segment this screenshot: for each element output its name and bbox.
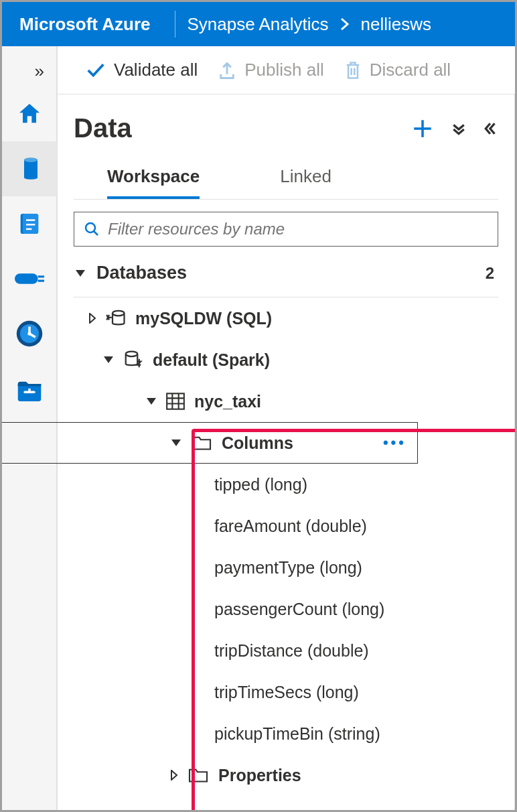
column-label: tripTimeSecs (long) <box>214 683 359 702</box>
tab-workspace[interactable]: Workspace <box>107 155 200 199</box>
table-icon <box>166 393 185 410</box>
tabs: Workspace Linked <box>74 155 498 200</box>
svg-point-14 <box>86 223 95 232</box>
db-item-spark[interactable]: default (Spark) <box>74 339 498 381</box>
sql-db-icon <box>106 308 126 328</box>
toolbar: Validate all Publish all Discard all <box>58 46 515 94</box>
column-item[interactable]: tripTimeSecs (long) <box>74 671 498 713</box>
databases-count: 2 <box>486 264 494 283</box>
column-item[interactable]: passengerCount (long) <box>74 588 498 630</box>
data-panel: Data Workspace Linked <box>58 94 515 812</box>
svg-rect-17 <box>167 393 184 409</box>
column-item[interactable]: fareAmount (double) <box>74 505 498 547</box>
expand-nav-button[interactable]: » <box>2 56 56 86</box>
caret-down-icon <box>146 397 157 406</box>
caret-down-icon <box>171 438 181 448</box>
column-label: tipped (long) <box>214 475 307 494</box>
nav-integrate[interactable] <box>2 251 57 306</box>
svg-rect-13 <box>28 389 30 392</box>
folder-icon <box>188 766 209 784</box>
table-name-label: nyc_taxi <box>194 392 261 411</box>
panel-title: Data <box>74 113 132 143</box>
more-actions-button[interactable]: ••• <box>383 434 407 452</box>
nav-data[interactable] <box>2 141 57 196</box>
column-label: fareAmount (double) <box>214 517 367 536</box>
add-button[interactable] <box>411 117 434 140</box>
columns-folder[interactable]: Columns ••• <box>0 422 418 464</box>
nav-monitor[interactable] <box>2 306 57 361</box>
chevron-right-icon <box>340 17 350 31</box>
caret-down-icon <box>75 269 86 278</box>
content-area: Validate all Publish all Discard all Dat… <box>57 46 515 810</box>
svg-rect-6 <box>15 273 38 284</box>
validate-all-button[interactable]: Validate all <box>86 60 198 80</box>
filter-box[interactable] <box>74 212 498 247</box>
filter-input[interactable] <box>106 219 488 239</box>
spark-db-icon <box>123 350 143 370</box>
nav-develop[interactable] <box>2 196 57 251</box>
breadcrumb-workspace[interactable]: nelliesws <box>361 14 432 35</box>
caret-right-icon <box>170 770 178 781</box>
tab-linked[interactable]: Linked <box>280 155 331 199</box>
db-item-sql[interactable]: mySQLDW (SQL) <box>74 297 498 339</box>
publish-all-button[interactable]: Publish all <box>218 60 324 80</box>
svg-rect-5 <box>26 228 31 230</box>
svg-rect-8 <box>38 280 44 282</box>
search-icon <box>84 221 100 237</box>
caret-down-icon <box>103 355 114 364</box>
svg-point-16 <box>126 352 138 357</box>
column-label: tripDistance (double) <box>214 641 369 661</box>
header-divider <box>175 11 175 38</box>
nav-manage[interactable] <box>2 361 57 416</box>
column-label: pickupTimeBin (string) <box>214 724 380 744</box>
column-label: passengerCount (long) <box>214 600 384 619</box>
databases-header[interactable]: Databases 2 <box>74 247 498 297</box>
discard-all-button[interactable]: Discard all <box>344 60 451 80</box>
svg-rect-7 <box>38 275 44 277</box>
caret-right-icon <box>88 313 96 324</box>
column-item[interactable]: paymentType (long) <box>74 547 498 588</box>
discard-label: Discard all <box>370 60 451 80</box>
db-spark-label: default (Spark) <box>153 350 270 370</box>
collapse-panel-button[interactable] <box>484 121 498 136</box>
table-item[interactable]: nyc_taxi <box>74 381 498 422</box>
db-sql-label: mySQLDW (SQL) <box>135 309 272 328</box>
column-item[interactable]: pickupTimeBin (string) <box>74 713 498 754</box>
folder-icon <box>191 434 212 452</box>
svg-point-0 <box>24 157 38 162</box>
validate-label: Validate all <box>114 60 198 80</box>
tree: mySQLDW (SQL) default (Spark) <box>74 297 498 796</box>
azure-header: Microsoft Azure Synapse Analytics nellie… <box>2 2 515 46</box>
columns-label: Columns <box>222 433 293 453</box>
svg-point-15 <box>113 311 125 316</box>
databases-label: Databases <box>96 263 187 283</box>
svg-point-11 <box>27 332 31 335</box>
svg-rect-3 <box>26 219 35 221</box>
publish-label: Publish all <box>244 60 324 80</box>
properties-label: Properties <box>218 766 301 785</box>
svg-rect-4 <box>26 224 35 226</box>
column-label: paymentType (long) <box>214 558 362 578</box>
nav-home[interactable] <box>2 86 57 141</box>
properties-folder[interactable]: Properties <box>74 754 498 796</box>
expand-all-button[interactable] <box>451 121 466 136</box>
breadcrumb-service[interactable]: Synapse Analytics <box>188 14 329 35</box>
brand-label: Microsoft Azure <box>19 14 171 35</box>
column-item[interactable]: tipped (long) <box>74 464 498 505</box>
column-item[interactable]: tripDistance (double) <box>74 630 498 671</box>
